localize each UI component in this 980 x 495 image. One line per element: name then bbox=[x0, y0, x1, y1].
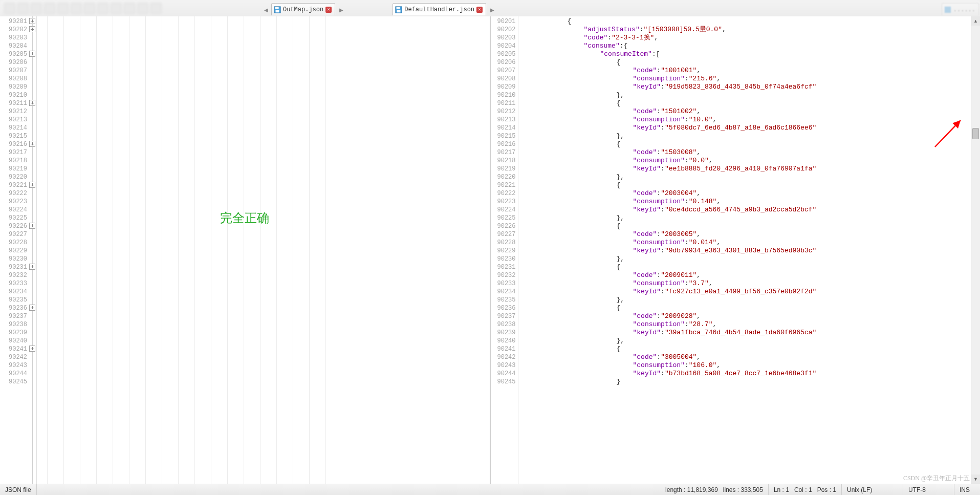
line-number: 90208 bbox=[497, 75, 515, 83]
line-number: 90241 bbox=[497, 345, 515, 353]
fold-toggle-icon[interactable] bbox=[29, 18, 35, 24]
line-number: 90235 bbox=[497, 296, 515, 304]
line-number: 90230 bbox=[497, 255, 515, 263]
line-number: 90201 bbox=[497, 17, 515, 26]
line-number: 90228 bbox=[9, 239, 27, 247]
scroll-down-button[interactable]: ▼ bbox=[971, 475, 980, 484]
line-number: 90211 bbox=[497, 99, 515, 107]
line-number: 90239 bbox=[497, 329, 515, 337]
line-number: 90202 bbox=[497, 26, 515, 34]
status-eol: Unix (LF) bbox=[842, 484, 903, 495]
line-number: 90202 bbox=[9, 26, 27, 34]
line-number: 90232 bbox=[497, 271, 515, 279]
fold-toggle-icon[interactable] bbox=[29, 223, 35, 229]
line-number: 90210 bbox=[9, 91, 27, 99]
right-code-area[interactable]: {"adjustStatus":"[1503008]50.5量0.0","cod… bbox=[518, 16, 981, 484]
tab-label: DefaultHandler.json bbox=[404, 6, 474, 13]
code-line: "keyId":"39a1fbca_746d_4b54_8ade_1da60f6… bbox=[633, 329, 817, 337]
tab-label: OutMap.json bbox=[283, 6, 323, 13]
code-line: "keyId":"5f080dc7_6ed6_4b87_a18e_6ad6c18… bbox=[633, 124, 817, 132]
line-number: 90219 bbox=[497, 165, 515, 173]
line-number: 90223 bbox=[9, 198, 27, 206]
line-number: 90226 bbox=[497, 222, 515, 230]
tab-defaulthandler[interactable]: DefaultHandler.json ✕ bbox=[393, 3, 486, 15]
line-number: 90219 bbox=[9, 165, 27, 173]
line-number: 90213 bbox=[9, 116, 27, 124]
line-number: 90215 bbox=[497, 132, 515, 140]
tab-prev-icon[interactable]: ◀ bbox=[263, 6, 270, 13]
left-pane: 9020190202902039020490205902069020790208… bbox=[0, 16, 490, 484]
watermark: CSDN @辛丑年正月十五 bbox=[903, 474, 970, 483]
line-number: 90221 bbox=[9, 181, 27, 189]
line-number: 90236 bbox=[9, 304, 27, 312]
fold-toggle-icon[interactable] bbox=[29, 100, 35, 106]
status-filetype: JSON file bbox=[0, 484, 37, 495]
fold-toggle-icon[interactable] bbox=[29, 346, 35, 352]
left-code-area[interactable] bbox=[37, 16, 490, 484]
close-icon[interactable]: ✕ bbox=[325, 7, 332, 13]
line-number: 90231 bbox=[497, 263, 515, 271]
line-number: 90206 bbox=[9, 58, 27, 67]
svg-rect-4 bbox=[397, 7, 400, 9]
line-number: 90243 bbox=[497, 361, 515, 370]
line-number: 90222 bbox=[497, 189, 515, 198]
line-number: 90241 bbox=[9, 345, 27, 353]
tab-outmap[interactable]: OutMap.json ✕ bbox=[271, 3, 335, 15]
fold-toggle-icon[interactable] bbox=[29, 26, 35, 32]
line-number: 90214 bbox=[9, 124, 27, 132]
svg-rect-5 bbox=[397, 10, 401, 12]
tab-next-icon[interactable]: ▶ bbox=[489, 6, 496, 13]
line-number: 90213 bbox=[497, 116, 515, 124]
vertical-scrollbar[interactable]: ▲ ▼ bbox=[971, 16, 980, 484]
code-line: } bbox=[617, 378, 621, 386]
line-number: 90205 bbox=[497, 50, 515, 58]
line-number: 90245 bbox=[497, 378, 515, 386]
line-number: 90226 bbox=[9, 222, 27, 230]
code-line: "consumeItem":[ bbox=[600, 50, 660, 58]
close-icon[interactable]: ✕ bbox=[476, 7, 483, 13]
line-number: 90211 bbox=[9, 99, 27, 107]
fold-toggle-icon[interactable] bbox=[29, 182, 35, 188]
code-line: }, bbox=[617, 214, 625, 222]
line-number: 90229 bbox=[9, 247, 27, 255]
tab-next-icon[interactable]: ▶ bbox=[338, 6, 345, 13]
line-number: 90201 bbox=[9, 17, 27, 26]
code-line: "code":"3005004", bbox=[633, 353, 701, 361]
fold-toggle-icon[interactable] bbox=[29, 305, 35, 311]
line-number: 90225 bbox=[9, 214, 27, 222]
code-line: { bbox=[617, 58, 621, 67]
line-number: 90238 bbox=[497, 320, 515, 329]
status-position: Ln : 1 Col : 1 Pos : 1 bbox=[769, 484, 842, 495]
line-number: 90233 bbox=[497, 279, 515, 288]
fold-toggle-icon[interactable] bbox=[29, 141, 35, 147]
code-line: "keyId":"ee1b8885_fd20_4296_a410_0fa7690… bbox=[633, 165, 817, 173]
code-line: "adjustStatus":"[1503008]50.5量0.0", bbox=[584, 26, 726, 34]
line-number: 90212 bbox=[497, 107, 515, 116]
code-line: "code":"2003005", bbox=[633, 230, 701, 239]
code-line: "code":"2003004", bbox=[633, 189, 701, 198]
tab-hidden: ...... bbox=[942, 3, 979, 15]
scroll-thumb[interactable] bbox=[972, 128, 979, 139]
line-number: 90227 bbox=[9, 230, 27, 239]
line-number: 90203 bbox=[497, 34, 515, 42]
code-line: { bbox=[568, 17, 572, 26]
code-line: "consumption":"106.0", bbox=[633, 361, 721, 370]
scroll-track[interactable] bbox=[971, 26, 980, 475]
line-number: 90240 bbox=[9, 337, 27, 345]
line-number: 90217 bbox=[9, 148, 27, 157]
line-number: 90231 bbox=[9, 263, 27, 271]
fold-toggle-icon[interactable] bbox=[29, 51, 35, 57]
scroll-up-button[interactable]: ▲ bbox=[971, 16, 980, 26]
code-line: }, bbox=[617, 173, 625, 181]
line-number: 90208 bbox=[9, 75, 27, 83]
code-line: { bbox=[617, 181, 621, 189]
code-line: "code":"1501002", bbox=[633, 107, 701, 116]
line-number: 90210 bbox=[497, 91, 515, 99]
fold-toggle-icon[interactable] bbox=[29, 264, 35, 270]
line-number: 90206 bbox=[497, 58, 515, 67]
line-number: 90238 bbox=[9, 320, 27, 329]
line-number: 90220 bbox=[9, 173, 27, 181]
line-number: 90216 bbox=[9, 140, 27, 148]
line-number: 90218 bbox=[9, 157, 27, 165]
disk-icon bbox=[274, 6, 281, 13]
